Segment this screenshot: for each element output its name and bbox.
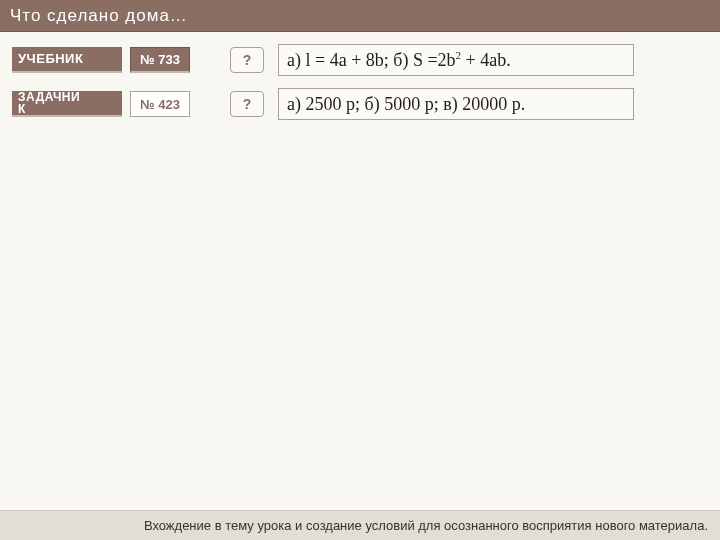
problem-number: № 423 <box>140 97 180 112</box>
hint-button[interactable]: ? <box>230 47 264 73</box>
source-label-line1: ЗАДАЧНИ <box>18 91 80 103</box>
footer-text: Вхождение в тему урока и создание услови… <box>144 518 708 533</box>
question-mark-icon: ? <box>243 96 252 112</box>
question-mark-icon: ? <box>243 52 252 68</box>
answer-box: а) 2500 р; б) 5000 р; в) 20000 р. <box>278 88 634 120</box>
hw-row: УЧЕБНИК № 733 ? a) l = 4a + 8b; б) S =2b… <box>12 44 708 76</box>
problem-number: № 733 <box>140 52 180 67</box>
slide-footer: Вхождение в тему урока и создание услови… <box>0 510 720 540</box>
answer-box: a) l = 4a + 8b; б) S =2b2 + 4ab. <box>278 44 634 76</box>
source-chip-textbook: УЧЕБНИК <box>12 47 122 73</box>
problem-number-chip: № 733 <box>130 47 190 73</box>
answer-text: a) l = 4a + 8b; б) S =2b2 + 4ab. <box>287 50 511 71</box>
hint-button[interactable]: ? <box>230 91 264 117</box>
answer-text: а) 2500 р; б) 5000 р; в) 20000 р. <box>287 94 525 115</box>
source-label: УЧЕБНИК <box>18 52 83 66</box>
source-chip-workbook: ЗАДАЧНИ К <box>12 91 122 117</box>
slide-header: Что сделано дома… <box>0 0 720 32</box>
content-area: УЧЕБНИК № 733 ? a) l = 4a + 8b; б) S =2b… <box>0 32 720 120</box>
slide-title: Что сделано дома… <box>10 6 188 25</box>
problem-number-chip: № 423 <box>130 91 190 117</box>
hw-row: ЗАДАЧНИ К № 423 ? а) 2500 р; б) 5000 р; … <box>12 88 708 120</box>
source-label-line2: К <box>18 103 26 115</box>
